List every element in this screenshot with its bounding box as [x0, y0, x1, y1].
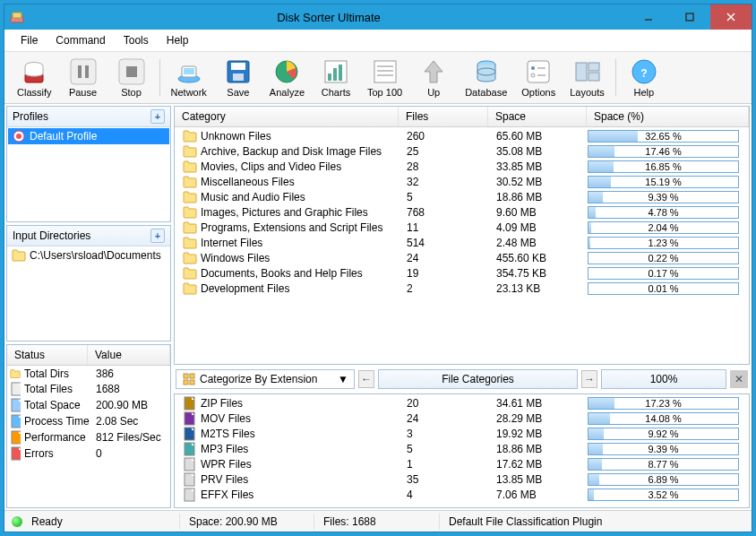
file-icon: [183, 442, 197, 456]
menu-file[interactable]: File: [12, 31, 47, 49]
database-button[interactable]: Database: [458, 56, 514, 99]
svg-rect-35: [576, 63, 587, 81]
options-button[interactable]: Options: [514, 56, 563, 99]
input-dirs-panel: Input Directories+ C:\Users\rsload\Docum…: [6, 225, 171, 341]
file-categories-button[interactable]: File Categories: [378, 369, 578, 389]
up-button[interactable]: Up: [409, 56, 458, 99]
folder-icon: [12, 248, 26, 263]
svg-rect-12: [126, 66, 137, 77]
file-icon: [183, 411, 197, 426]
pause-button[interactable]: Pause: [59, 56, 107, 99]
help-button[interactable]: ?Help: [620, 56, 668, 99]
layouts-icon: [573, 57, 602, 86]
status-key: Total Space: [22, 397, 94, 413]
table-row[interactable]: Archive, Backup and Disk Image Files2535…: [176, 143, 748, 159]
table-row[interactable]: Internet Files5142.48 MB1.23 %: [176, 235, 748, 250]
svg-rect-36: [588, 63, 599, 71]
input-dir-item[interactable]: C:\Users\rsload\Documents: [8, 247, 169, 264]
close-panel-button[interactable]: ✕: [730, 370, 748, 388]
network-button[interactable]: Network: [164, 56, 214, 99]
categories-panel: Category Files Space Space (%) Unknown F…: [174, 106, 750, 365]
percent-bar: 17.46 %: [588, 145, 739, 158]
folder-icon: [183, 144, 197, 159]
status-value: 200.90 MB: [94, 397, 169, 413]
svg-point-41: [16, 134, 21, 139]
table-row[interactable]: Miscellaneous Files3230.52 MB15.19 %: [176, 174, 748, 189]
space-col[interactable]: Space: [488, 107, 587, 126]
status-col: Status: [7, 345, 88, 365]
close-button[interactable]: [710, 4, 752, 30]
status-value: 2.08 Sec: [94, 413, 169, 429]
table-row[interactable]: WPR Files117.62 MB8.77 %: [176, 456, 748, 471]
svg-rect-24: [374, 61, 396, 82]
categorize-combo[interactable]: Categorize By Extension ▼: [176, 369, 355, 389]
status-value: 1688: [94, 381, 169, 397]
percent-bar: 6.89 %: [588, 473, 739, 486]
status-value: 0: [94, 445, 169, 462]
table-row[interactable]: PRV Files3513.85 MB6.89 %: [176, 471, 748, 487]
table-row[interactable]: Unknown Files26065.60 MB32.65 %: [176, 128, 748, 143]
status-plugin: Default File Classification Plugin: [445, 514, 744, 530]
folder-icon: [183, 251, 197, 265]
status-indicator-icon: [12, 516, 22, 527]
stop-button[interactable]: Stop: [107, 56, 156, 99]
status-row-icon: [8, 445, 22, 462]
nav-fwd-button[interactable]: →: [581, 370, 597, 388]
combo-icon: [182, 372, 196, 386]
menubar: FileCommandToolsHelp: [4, 30, 752, 52]
table-row[interactable]: Windows Files24455.60 KB0.22 %: [176, 250, 748, 265]
status-row-icon: [8, 413, 22, 429]
folder-icon: [183, 205, 197, 220]
status-row-icon: [8, 429, 22, 445]
table-row[interactable]: Development Files223.13 KB0.01 %: [176, 281, 748, 296]
minimize-button[interactable]: [628, 4, 669, 30]
table-row[interactable]: Programs, Extensions and Script Files114…: [176, 220, 748, 235]
svg-rect-1: [13, 13, 21, 18]
spacepct-col[interactable]: Space (%): [587, 107, 749, 126]
table-row[interactable]: MOV Files2428.29 MB14.08 %: [176, 411, 748, 426]
menu-help[interactable]: Help: [158, 31, 198, 49]
save-button[interactable]: Save: [214, 56, 262, 99]
percent-bar: 0.22 %: [588, 252, 739, 264]
analyze-button[interactable]: Analyze: [262, 56, 312, 99]
status-key: Process Time: [22, 413, 94, 429]
classify-button[interactable]: Classify: [10, 56, 59, 99]
maximize-button[interactable]: [669, 4, 710, 30]
status-value: 386: [94, 367, 169, 381]
svg-text:?: ?: [640, 67, 647, 80]
profiles-header: Profiles: [13, 110, 48, 123]
table-row[interactable]: Images, Pictures and Graphic Files7689.6…: [176, 204, 748, 220]
percent-bar: 9.39 %: [588, 191, 739, 203]
table-row[interactable]: Music and Audio Files518.86 MB9.39 %: [176, 189, 748, 204]
table-row[interactable]: EFFX Files47.06 MB3.52 %: [176, 487, 748, 502]
profile-item[interactable]: Default Profile: [8, 128, 169, 144]
status-key: Errors: [22, 445, 94, 462]
network-icon: [175, 57, 203, 86]
files-col[interactable]: Files: [399, 107, 488, 126]
svg-rect-8: [71, 59, 96, 84]
layouts-button[interactable]: Layouts: [563, 56, 612, 99]
cat-col[interactable]: Category: [175, 107, 399, 126]
charts-button[interactable]: Charts: [312, 56, 360, 99]
svg-rect-15: [184, 68, 194, 74]
svg-rect-3: [686, 13, 693, 21]
nav-back-button[interactable]: ←: [358, 370, 374, 388]
table-row[interactable]: M2TS Files319.92 MB9.92 %: [176, 426, 748, 441]
add-input-button[interactable]: +: [150, 229, 165, 243]
table-row[interactable]: ZIP Files2034.61 MB17.23 %: [176, 395, 748, 411]
profiles-panel: Profiles+ Default Profile: [6, 106, 171, 222]
status-key: Total Dirs: [22, 367, 94, 381]
table-row[interactable]: Documents, Books and Help Files19354.75 …: [176, 265, 748, 281]
status-row-icon: [8, 367, 22, 381]
add-profile-button[interactable]: +: [150, 109, 165, 124]
menu-command[interactable]: Command: [47, 31, 114, 49]
table-row[interactable]: Movies, Clips and Video Files2833.85 MB1…: [176, 159, 748, 174]
database-icon: [472, 57, 501, 86]
folder-icon: [183, 281, 197, 296]
top100-button[interactable]: Top 100: [360, 56, 409, 99]
zoom-level[interactable]: 100%: [601, 369, 726, 389]
percent-bar: 1.23 %: [588, 237, 739, 249]
svg-rect-17: [231, 63, 245, 70]
table-row[interactable]: MP3 Files518.86 MB9.39 %: [176, 441, 748, 456]
menu-tools[interactable]: Tools: [115, 31, 158, 49]
